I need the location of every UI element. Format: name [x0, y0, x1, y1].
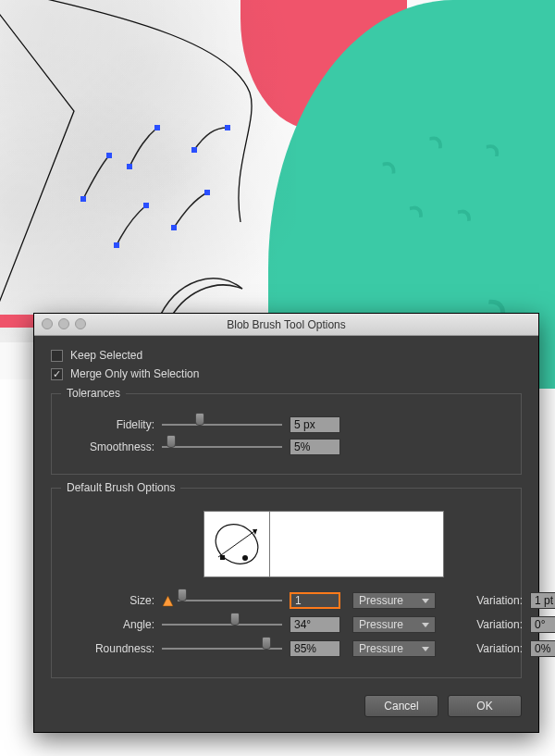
zoom-icon[interactable]: [75, 318, 86, 329]
fidelity-label: Fidelity:: [67, 418, 154, 431]
size-field[interactable]: 1: [290, 592, 340, 609]
brush-options-legend: Default Brush Options: [61, 481, 180, 494]
size-variation-field[interactable]: 1 pt: [530, 592, 555, 609]
default-brush-options-group: Default Brush Options Size:: [51, 488, 522, 678]
brush-stroke-preview: [270, 511, 444, 577]
angle-field[interactable]: 34°: [290, 616, 340, 633]
svg-point-4: [242, 555, 248, 561]
angle-variation-field[interactable]: 0°: [530, 616, 555, 633]
fidelity-slider[interactable]: [162, 418, 282, 431]
chevron-down-icon: [422, 599, 429, 603]
chevron-down-icon: [422, 623, 429, 627]
cancel-button[interactable]: Cancel: [364, 695, 438, 717]
warning-icon: [162, 595, 174, 607]
roundness-label: Roundness:: [67, 642, 154, 655]
anchor-point[interactable]: [114, 242, 119, 248]
tolerances-legend: Tolerances: [61, 387, 126, 400]
anchor-point[interactable]: [204, 190, 210, 195]
smoothness-field[interactable]: 5%: [290, 439, 340, 455]
keep-selected-checkbox[interactable]: [51, 350, 63, 362]
smoothness-label: Smoothness:: [67, 440, 154, 453]
angle-control-dropdown[interactable]: Pressure: [352, 616, 436, 633]
brush-angle-preview[interactable]: [204, 511, 270, 577]
svg-line-1: [218, 529, 257, 557]
minimize-icon[interactable]: [58, 318, 69, 329]
dialog-titlebar[interactable]: Blob Brush Tool Options: [34, 314, 538, 336]
keep-selected-label: Keep Selected: [70, 349, 142, 362]
anchor-point[interactable]: [127, 164, 132, 169]
roundness-field[interactable]: 85%: [290, 640, 340, 657]
merge-only-checkbox[interactable]: ✓: [51, 368, 63, 380]
fidelity-field[interactable]: 5 px: [290, 416, 340, 433]
window-controls[interactable]: [42, 318, 86, 329]
angle-label: Angle:: [67, 618, 154, 631]
tolerances-group: Tolerances Fidelity: 5 px Smoothness: 5%: [51, 393, 522, 475]
close-icon[interactable]: [42, 318, 53, 329]
sketch-background: [0, 0, 296, 342]
dialog-title: Blob Brush Tool Options: [227, 318, 346, 331]
anchor-point[interactable]: [106, 153, 112, 158]
dropdown-value: Pressure: [359, 594, 403, 607]
blob-brush-options-dialog: Blob Brush Tool Options Keep Selected ✓ …: [33, 313, 539, 733]
anchor-point[interactable]: [80, 196, 86, 202]
anchor-point[interactable]: [225, 125, 230, 130]
svg-rect-3: [220, 555, 225, 560]
anchor-point[interactable]: [191, 147, 197, 153]
roundness-variation-label: Variation:: [467, 642, 523, 655]
roundness-slider[interactable]: [162, 642, 282, 655]
size-variation-label: Variation:: [467, 594, 523, 607]
roundness-variation-field[interactable]: 0%: [530, 640, 555, 657]
anchor-point[interactable]: [143, 203, 149, 208]
dropdown-value: Pressure: [359, 618, 403, 631]
smoothness-slider[interactable]: [162, 440, 282, 453]
merge-only-label: Merge Only with Selection: [70, 367, 199, 380]
anchor-point[interactable]: [154, 125, 160, 130]
anchor-point[interactable]: [171, 225, 177, 230]
size-slider[interactable]: [178, 594, 282, 607]
angle-variation-label: Variation:: [467, 618, 523, 631]
size-label: Size:: [67, 594, 154, 607]
roundness-control-dropdown[interactable]: Pressure: [352, 640, 436, 657]
angle-slider[interactable]: [162, 618, 282, 631]
dropdown-value: Pressure: [359, 642, 403, 655]
chevron-down-icon: [422, 647, 429, 651]
size-control-dropdown[interactable]: Pressure: [352, 592, 436, 609]
ok-button[interactable]: OK: [448, 695, 522, 717]
